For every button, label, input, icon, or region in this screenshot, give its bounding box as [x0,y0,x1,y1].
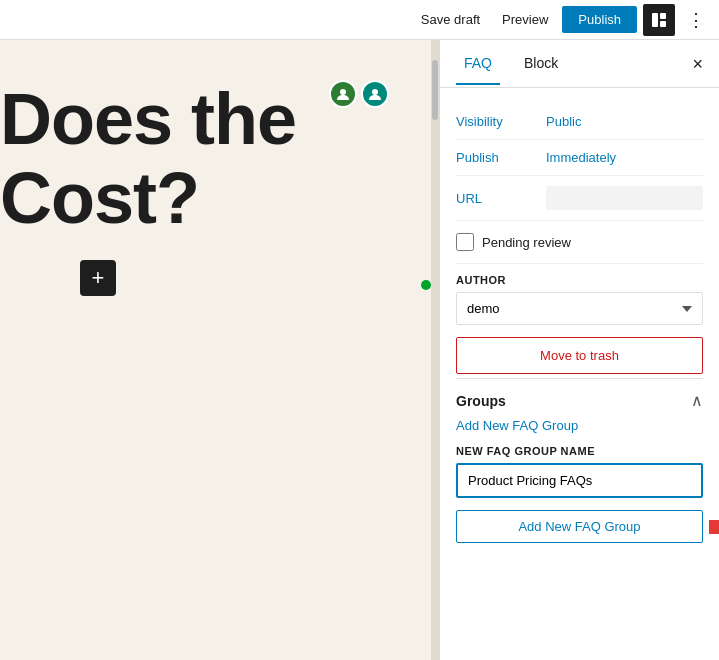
pending-review-row: Pending review [456,221,703,264]
avatar-2-icon [368,87,382,101]
scrollbar-thumb [432,60,438,120]
topbar: Save draft Preview Publish ⋮ [0,0,719,40]
preview-button[interactable]: Preview [494,8,556,31]
more-options-button[interactable]: ⋮ [681,5,711,35]
publish-row-value[interactable]: Immediately [546,150,616,165]
avatar-1 [329,80,357,108]
svg-point-3 [340,89,346,95]
pending-review-label: Pending review [482,235,571,250]
publish-button[interactable]: Publish [562,6,637,33]
groups-header: Groups ∧ [456,378,703,418]
save-draft-button[interactable]: Save draft [413,8,488,31]
editor-avatars [329,80,389,108]
editor-content: Does the Cost? [0,40,439,258]
arrow-indicator [709,517,719,537]
sidebar-close-button[interactable]: × [692,55,703,73]
editor-scrollbar[interactable] [431,40,439,660]
add-faq-group-wrapper: Add New FAQ Group [456,510,703,543]
chevron-up-icon: ∧ [691,392,703,409]
sidebar-body: Visibility Public Publish Immediately UR… [440,88,719,559]
publish-row: Publish Immediately [456,140,703,176]
layout-icon-button[interactable] [643,4,675,36]
svg-rect-1 [660,13,666,19]
author-section-label: AUTHOR [456,264,703,292]
sidebar: FAQ Block × Visibility Public Publish Im… [439,40,719,660]
url-row: URL [456,176,703,221]
main-area: Does the Cost? + [0,40,719,660]
status-dot [421,280,431,290]
tab-faq[interactable]: FAQ [456,43,500,85]
publish-row-label: Publish [456,150,546,165]
add-new-faq-group-link[interactable]: Add New FAQ Group [456,418,703,433]
new-group-name-input[interactable] [456,463,703,498]
visibility-row: Visibility Public [456,104,703,140]
svg-marker-5 [709,516,719,538]
add-block-button[interactable]: + [80,260,116,296]
author-select[interactable]: demo admin [456,292,703,325]
groups-collapse-button[interactable]: ∧ [691,391,703,410]
svg-point-4 [372,89,378,95]
add-faq-group-button[interactable]: Add New FAQ Group [456,510,703,543]
sidebar-tabs: FAQ Block × [440,40,719,88]
pending-review-checkbox[interactable] [456,233,474,251]
avatar-1-icon [336,87,350,101]
heading-line2: Cost? [0,158,199,238]
visibility-value[interactable]: Public [546,114,581,129]
layout-icon [651,12,667,28]
tab-block[interactable]: Block [516,43,566,85]
editor-area: Does the Cost? + [0,40,439,660]
visibility-label: Visibility [456,114,546,129]
groups-title: Groups [456,393,506,409]
new-faq-group-name-label: NEW FAQ GROUP NAME [456,445,703,457]
svg-rect-0 [652,13,658,27]
move-to-trash-button[interactable]: Move to trash [456,337,703,374]
heading-line1: Does the [0,79,296,159]
url-label: URL [456,191,546,206]
avatar-2 [361,80,389,108]
red-arrow-icon [709,516,719,538]
plus-icon: + [92,265,105,291]
svg-rect-2 [660,21,666,27]
author-section: AUTHOR demo admin [456,264,703,325]
url-value-box [546,186,703,210]
